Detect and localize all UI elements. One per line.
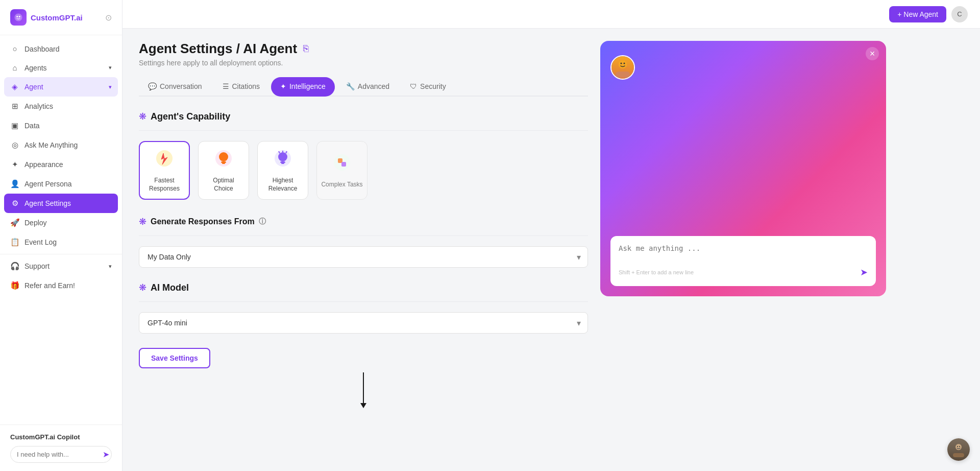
ai-model-section-title: AI Model (151, 282, 189, 293)
optimal-icon (213, 148, 234, 173)
share-icon[interactable]: ⎘ (303, 43, 309, 54)
advanced-tab-icon: 🔧 (346, 82, 355, 90)
sidebar-item-ask-me-anything[interactable]: ◎ Ask Me Anything (0, 135, 122, 155)
generate-section-icon: ❋ (139, 216, 146, 227)
copilot-title: CustomGPT.ai Copilot (10, 433, 112, 441)
info-icon[interactable]: ⓘ (259, 217, 266, 226)
svg-rect-10 (281, 163, 284, 164)
settings-panel: Agent Settings / AI Agent ⎘ Settings her… (139, 41, 588, 459)
main-area: + New Agent C Agent Settings / AI Agent … (122, 0, 980, 471)
svg-point-21 (624, 63, 625, 64)
arrow-line (363, 372, 364, 403)
capability-card-optimal[interactable]: Optimal Choice (198, 141, 249, 200)
ai-model-section-icon: ❋ (139, 282, 146, 293)
sidebar-item-event-log[interactable]: 📋 Event Log (0, 232, 122, 252)
security-tab-icon: 🛡 (410, 82, 417, 90)
tab-label: Intelligence (289, 82, 326, 90)
svg-rect-6 (222, 163, 225, 164)
sidebar-item-deploy[interactable]: 🚀 Deploy (0, 213, 122, 232)
svg-rect-18 (616, 72, 630, 78)
sidebar-item-label: Agent Persona (24, 180, 72, 188)
refer-icon: 🎁 (10, 281, 19, 290)
optimal-label: Optimal Choice (203, 177, 244, 193)
tab-security[interactable]: 🛡 Security (401, 77, 455, 97)
sidebar-item-data[interactable]: ▣ Data (0, 116, 122, 135)
generate-section-header: ❋ Generate Responses From ⓘ (139, 216, 588, 227)
svg-rect-9 (280, 161, 285, 163)
svg-point-0 (16, 16, 18, 17)
preview-input-footer: Shift + Enter to add a new line ➤ (619, 267, 868, 278)
svg-point-19 (619, 60, 627, 68)
bottom-right-avatar[interactable] (947, 438, 970, 461)
generate-dropdown[interactable]: My Data Only My Data + AI Knowledge AI K… (139, 246, 588, 268)
sidebar: CustomGPT.ai ⊙ ○ Dashboard ⌂ Agents ▾ ◈ … (0, 0, 122, 471)
save-settings-button[interactable]: Save Settings (139, 348, 210, 368)
logo-icon (10, 9, 27, 26)
user-avatar[interactable]: C (951, 6, 968, 22)
chevron-down-icon: ▾ (109, 64, 112, 71)
sidebar-item-agent-settings[interactable]: ⚙ Agent Settings (4, 194, 118, 213)
fastest-label: Fastest Responses (144, 177, 185, 193)
svg-point-4 (219, 152, 228, 161)
ask-icon: ◎ (10, 140, 19, 150)
nav-section: ○ Dashboard ⌂ Agents ▾ ◈ Agent ▾ ⊞ Analy… (0, 35, 122, 299)
chevron-down-icon: ▾ (109, 263, 112, 270)
clock-icon[interactable]: ⊙ (105, 13, 112, 22)
tab-intelligence[interactable]: ✦ Intelligence (271, 77, 335, 97)
sidebar-item-label: Event Log (24, 238, 57, 246)
sidebar-item-label: Dashboard (24, 45, 60, 53)
highest-icon (273, 148, 293, 173)
preview-panel: × Shift + Enter to add a (600, 41, 886, 296)
svg-point-24 (957, 446, 958, 447)
sidebar-item-appearance[interactable]: ✦ Appearance (0, 155, 122, 174)
sidebar-item-analytics[interactable]: ⊞ Analytics (0, 97, 122, 116)
support-icon: 🎧 (10, 262, 19, 271)
ai-model-dropdown-wrap: GPT-4o mini GPT-4o GPT-4 Turbo GPT-3.5 T… (139, 312, 588, 334)
tab-label: Citations (232, 82, 260, 90)
persona-icon: 👤 (10, 179, 19, 189)
highest-label: Highest Relevance (262, 177, 304, 193)
sidebar-item-label: Agent Settings (24, 199, 71, 207)
sidebar-item-dashboard[interactable]: ○ Dashboard (0, 39, 122, 58)
settings-icon: ⚙ (10, 199, 19, 208)
sidebar-item-agents[interactable]: ⌂ Agents ▾ (0, 58, 122, 77)
preview-send-icon[interactable]: ➤ (860, 267, 868, 278)
preview-input-area: Shift + Enter to add a new line ➤ (610, 236, 876, 286)
capability-card-highest[interactable]: Highest Relevance (257, 141, 308, 200)
page-subtitle: Settings here apply to all deployment op… (139, 59, 588, 67)
svg-rect-16 (341, 162, 346, 167)
tab-advanced[interactable]: 🔧 Advanced (337, 77, 399, 97)
conversation-tab-icon: 💬 (148, 82, 157, 90)
chevron-down-icon: ▾ (109, 84, 112, 90)
sidebar-item-label: Agent (24, 83, 43, 91)
capability-card-fastest[interactable]: Fastest Responses (139, 141, 190, 200)
capability-section-icon: ❋ (139, 111, 146, 122)
arrow-head (360, 403, 366, 408)
copilot-input[interactable] (17, 451, 103, 458)
copilot-send-icon[interactable]: ➤ (103, 450, 109, 459)
sidebar-item-label: Support (24, 262, 50, 270)
sidebar-item-support[interactable]: 🎧 Support ▾ (0, 256, 122, 276)
sidebar-item-agent-persona[interactable]: 👤 Agent Persona (0, 174, 122, 194)
sidebar-item-label: Ask Me Anything (24, 141, 78, 149)
sidebar-item-label: Analytics (24, 102, 53, 110)
tab-conversation[interactable]: 💬 Conversation (139, 77, 211, 97)
appearance-icon: ✦ (10, 160, 19, 169)
deploy-icon: 🚀 (10, 218, 19, 227)
tab-citations[interactable]: ☰ Citations (213, 77, 269, 97)
sidebar-item-agent[interactable]: ◈ Agent ▾ (4, 77, 118, 97)
ai-model-dropdown[interactable]: GPT-4o mini GPT-4o GPT-4 Turbo GPT-3.5 T… (139, 312, 588, 334)
new-agent-button[interactable]: + New Agent (889, 6, 946, 22)
preview-chat-input[interactable] (619, 244, 868, 261)
citations-tab-icon: ☰ (223, 82, 229, 90)
sidebar-item-refer[interactable]: 🎁 Refer and Earn! (0, 276, 122, 295)
copilot-input-wrap: ➤ (10, 446, 112, 463)
preview-avatar-image (611, 56, 634, 79)
generate-section-title: Generate Responses From ⓘ (151, 217, 266, 226)
capability-card-complex[interactable]: Complex Tasks (316, 141, 368, 200)
sidebar-item-label: Agents (24, 64, 47, 72)
agent-icon: ◈ (10, 82, 19, 91)
event-log-icon: 📋 (10, 238, 19, 247)
preview-close-button[interactable]: × (866, 47, 879, 60)
content-area: Agent Settings / AI Agent ⎘ Settings her… (122, 29, 980, 471)
